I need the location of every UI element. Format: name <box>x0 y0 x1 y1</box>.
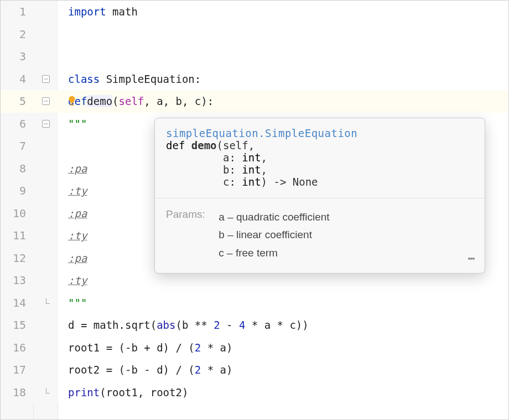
fold-toggle-icon[interactable] <box>42 120 50 128</box>
popup-type: int <box>242 151 261 164</box>
code-line[interactable]: 4 class SimpleEquation: <box>1 68 508 91</box>
popup-more-actions-icon[interactable] <box>466 252 477 265</box>
fold-end-icon <box>42 388 50 397</box>
string-docstring: """ <box>68 297 87 309</box>
popup-param-row: b – linear coefficient <box>219 229 312 240</box>
code-cell[interactable]: """ <box>58 292 508 314</box>
popup-type: int <box>242 176 261 188</box>
popup-function-name: demo <box>191 139 217 151</box>
fold-cell[interactable] <box>34 90 58 113</box>
fold-cell[interactable] <box>34 68 58 91</box>
code-cell[interactable]: class SimpleEquation: <box>58 68 508 91</box>
fold-cell <box>34 1 58 23</box>
popup-module-path: simpleEquation.SimpleEquation <box>166 127 357 139</box>
code-line[interactable]: 3 <box>1 45 508 68</box>
code-text: * a * c)) <box>245 319 308 331</box>
line-number: 7 <box>1 135 34 158</box>
popup-sig-text: , <box>261 151 267 164</box>
fold-cell[interactable] <box>34 113 58 135</box>
code-line[interactable]: 18 print(root1, root2) <box>1 381 508 404</box>
code-line[interactable]: 2 <box>1 23 508 46</box>
quick-documentation-popup[interactable]: simpleEquation.SimpleEquation def demo(s… <box>154 118 485 274</box>
code-cell[interactable]: print(root1, root2) <box>58 381 508 404</box>
code-text: SimpleEquation: <box>100 73 201 85</box>
popup-sig-text: ) -> None <box>261 176 318 188</box>
fold-cell <box>34 202 58 225</box>
line-number: 12 <box>1 247 34 270</box>
code-cell[interactable] <box>58 45 508 68</box>
code-cell[interactable] <box>58 23 508 46</box>
fold-toggle-icon[interactable] <box>42 97 50 105</box>
popup-param-row: a – quadratic coefficient <box>219 211 329 223</box>
popup-sig-text: (self, <box>217 139 255 151</box>
string-docstring-tag: :ty <box>68 229 87 242</box>
code-text: ( <box>112 95 118 107</box>
builtin-print: print <box>68 386 100 398</box>
line-number: 18 <box>1 381 34 404</box>
string-docstring-tag: :pa <box>68 162 87 175</box>
line-number: 2 <box>1 23 34 46</box>
number-literal: 2 <box>195 364 201 376</box>
line-number: 10 <box>1 202 34 225</box>
line-number: 6 <box>1 113 34 135</box>
string-docstring-tag: :ty <box>68 274 87 286</box>
line-number: 9 <box>1 180 34 202</box>
number-literal: 2 <box>195 342 201 354</box>
code-text: , a, b, c): <box>144 95 214 107</box>
popup-param-row: c – free term <box>219 247 278 259</box>
number-literal: 2 <box>214 319 220 331</box>
popup-signature: simpleEquation.SimpleEquation def demo(s… <box>155 118 485 198</box>
line-number: 8 <box>1 158 34 180</box>
builtin-abs: abs <box>157 319 175 331</box>
popup-sig-text: c: <box>166 176 242 188</box>
code-text: root2 = (-b - d) / ( <box>68 364 195 376</box>
string-docstring: """ <box>68 118 87 130</box>
fold-cell <box>34 314 58 337</box>
code-cell[interactable]: d = math.sqrt(abs(b ** 2 - 4 * a * c)) <box>58 314 508 337</box>
line-number: 1 <box>1 1 34 23</box>
code-cell[interactable]: root2 = (-b - d) / (2 * a) <box>58 359 508 381</box>
code-line[interactable]: 16 root1 = (-b + d) / (2 * a) <box>1 337 508 359</box>
fold-cell <box>34 337 58 359</box>
line-number: 11 <box>1 224 34 247</box>
line-number: 17 <box>1 359 34 381</box>
code-text: math <box>106 6 138 18</box>
popup-keyword-def: def <box>166 139 191 151</box>
code-text: (root1, root2) <box>100 386 188 398</box>
fold-toggle-icon[interactable] <box>42 75 50 83</box>
popup-sig-text: a: <box>166 151 242 164</box>
popup-sig-text: b: <box>166 164 242 176</box>
code-line[interactable]: 17 root2 = (-b - d) / (2 * a) <box>1 359 508 381</box>
fold-cell <box>34 224 58 247</box>
code-cell[interactable]: def demo(self, a, b, c): <box>58 90 508 113</box>
code-line[interactable]: 1 import math <box>1 1 508 23</box>
fold-cell <box>34 247 58 270</box>
popup-params-label: Params: <box>166 208 216 221</box>
code-editor[interactable]: 1 import math 2 3 4 class SimpleEquation… <box>1 1 508 419</box>
fold-cell <box>34 135 58 158</box>
line-number: 16 <box>1 337 34 359</box>
line-number: 15 <box>1 314 34 337</box>
code-text: root1 = (-b + d) / ( <box>68 342 195 354</box>
code-cell[interactable]: import math <box>58 1 508 23</box>
code-line[interactable]: 14 """ <box>1 292 508 314</box>
code-line-current[interactable]: 5 = def demo(self, a, b, c): <box>1 90 508 113</box>
popup-params-rows: a – quadratic coefficient b – linear coe… <box>219 208 329 262</box>
popup-type: int <box>242 164 261 176</box>
fold-cell <box>34 180 58 202</box>
code-line[interactable]: 15 d = math.sqrt(abs(b ** 2 - 4 * a * c)… <box>1 314 508 337</box>
code-text: * a) <box>201 342 232 354</box>
line-number: 5 <box>1 90 34 113</box>
line-number: 4 <box>1 68 34 91</box>
identifier-demo[interactable]: demo <box>87 95 112 107</box>
fold-cell[interactable] <box>34 292 58 314</box>
code-cell[interactable]: root1 = (-b + d) / (2 * a) <box>58 337 508 359</box>
code-text: * a) <box>201 364 232 376</box>
line-number: 3 <box>1 45 34 68</box>
intention-bulb-icon[interactable] <box>66 95 78 107</box>
code-text: (b ** <box>175 319 214 331</box>
fold-cell[interactable] <box>34 381 58 404</box>
string-docstring-tag: :ty <box>68 185 87 197</box>
string-docstring-tag: :pa <box>68 207 87 219</box>
line-number: 13 <box>1 269 34 292</box>
